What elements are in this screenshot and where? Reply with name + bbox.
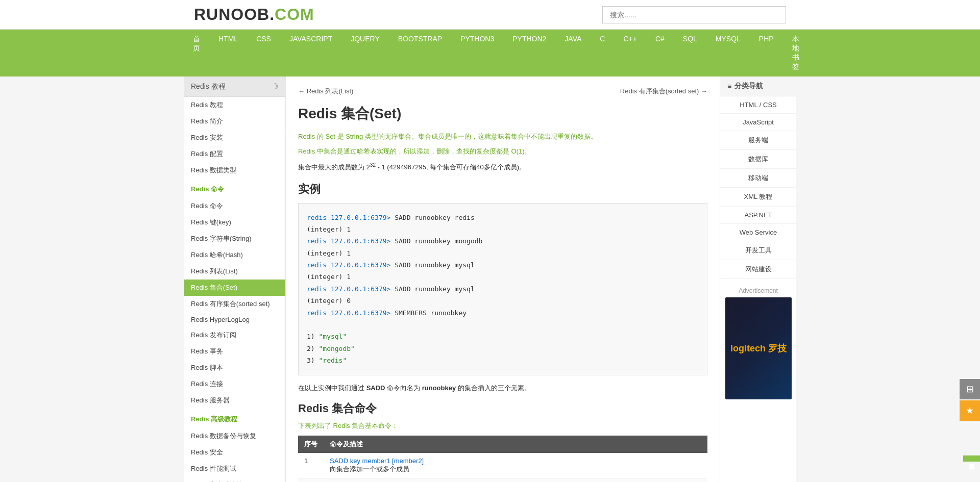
category-nav-title: ≡ 分类导航	[720, 77, 796, 96]
page-navigation: Redis 列表(List) Redis 有序集合(sorted set)	[298, 87, 707, 96]
sidebar-item[interactable]: Redis 服务器	[184, 392, 285, 409]
nav-item-nav-python2[interactable]: PYTHON2	[503, 30, 555, 77]
logo-com: COM	[275, 5, 314, 23]
logo-dot: .	[270, 5, 275, 23]
category-item[interactable]: 服务端	[720, 131, 796, 150]
sidebar-commands-section-title: Redis 命令	[184, 181, 285, 198]
theme-toggle-icon[interactable]: ☽	[271, 82, 278, 91]
ad-image: logitech 罗技	[725, 297, 792, 399]
table-cell-num: 1	[298, 453, 324, 478]
nav-item-nav-csharp[interactable]: C#	[646, 30, 674, 77]
nav-item-nav-c[interactable]: C	[591, 30, 614, 77]
nav-item-nav-bookmarks[interactable]: 本地书签	[783, 30, 808, 77]
next-page-link[interactable]: Redis 有序集合(sorted set)	[620, 87, 707, 96]
sidebar-item[interactable]: Redis 客户端连接	[184, 477, 285, 482]
qr-icon: ⊞	[966, 384, 974, 395]
category-items-list: HTML / CSSJavaScript服务端数据库移动端XML 教程ASP.N…	[720, 96, 796, 279]
table-cell-num: 2	[298, 478, 324, 482]
nav-item-nav-bootstrap[interactable]: BOOTSTRAP	[389, 30, 451, 77]
sidebar-commands-section: Redis 命令Redis 键(key)Redis 字符串(String)Red…	[184, 198, 285, 409]
sidebar-item[interactable]: Redis 数据类型	[184, 162, 285, 179]
favorite-button[interactable]: ★	[960, 400, 980, 421]
sidebar-item[interactable]: Redis 数据备份与恢复	[184, 428, 285, 444]
table-cell-cmd: SCARD key	[324, 478, 707, 482]
logo-runoob: RUNOOB	[194, 5, 270, 23]
main-content: Redis 列表(List) Redis 有序集合(sorted set) Re…	[286, 77, 720, 482]
sidebar-item[interactable]: Redis 配置	[184, 146, 285, 162]
float-buttons: ⊞ ★	[960, 379, 980, 421]
sidebar-item[interactable]: Redis 教程	[184, 97, 285, 113]
nav-item-nav-python3[interactable]: PYTHON3	[451, 30, 503, 77]
sidebar-item[interactable]: Redis 哈希(Hash)	[184, 247, 285, 263]
prev-page-link[interactable]: Redis 列表(List)	[298, 87, 353, 96]
nav-item-nav-js[interactable]: JAVASCRIPT	[280, 30, 341, 77]
sidebar-item[interactable]: Redis 键(key)	[184, 214, 285, 231]
sidebar-item[interactable]: Redis 脚本	[184, 360, 285, 376]
sidebar: Redis 教程 ☽ Redis 教程Redis 简介Redis 安装Redis…	[184, 77, 286, 482]
advertisement-section: Advertisement logitech 罗技	[720, 279, 796, 404]
table-header-cmd: 命令及描述	[324, 436, 707, 453]
category-item[interactable]: 网站建设	[720, 260, 796, 279]
desc-3: 集合中最大的成员数为 232 - 1 (4294967295, 每个集合可存储4…	[298, 161, 707, 173]
star-icon: ★	[966, 405, 974, 416]
commands-section-title: Redis 集合命令	[298, 401, 707, 416]
category-item[interactable]: Web Service	[720, 224, 796, 241]
commands-table: 序号 命令及描述 1 SADD key member1 [member2] 向集…	[298, 436, 707, 482]
after-code-text: 在以上实例中我们通过 SADD 命令向名为 runoobkey 的集合插入的三个…	[298, 384, 707, 393]
nav-item-nav-css[interactable]: CSS	[247, 30, 280, 77]
page-title: Redis 集合(Set)	[298, 104, 707, 123]
sidebar-basic-section: Redis 教程Redis 简介Redis 安装Redis 配置Redis 数据…	[184, 97, 285, 179]
category-item[interactable]: 移动端	[720, 169, 796, 188]
category-item[interactable]: 开发工具	[720, 241, 796, 260]
sidebar-item[interactable]: Redis 连接	[184, 376, 285, 392]
cmd-description: 向集合添加一个或多个成员	[330, 465, 409, 473]
sidebar-item[interactable]: Redis 列表(List)	[184, 263, 285, 280]
category-item[interactable]: ASP.NET	[720, 207, 796, 224]
main-nav: 首页HTMLCSSJAVASCRIPTJQUERYBOOTSTRAPPYTHON…	[184, 30, 796, 77]
sidebar-item[interactable]: Redis 集合(Set)	[184, 280, 285, 296]
sidebar-item[interactable]: Redis 命令	[184, 198, 285, 214]
search-input[interactable]	[602, 6, 786, 23]
example-section-title: 实例	[298, 182, 707, 197]
sidebar-item[interactable]: Redis 安装	[184, 130, 285, 146]
sidebar-item[interactable]: Redis HyperLogLog	[184, 312, 285, 327]
qr-code-button[interactable]: ⊞	[960, 379, 980, 399]
nav-item-nav-php[interactable]: PHP	[750, 30, 783, 77]
sidebar-header: Redis 教程 ☽	[184, 77, 285, 97]
category-item[interactable]: JavaScript	[720, 114, 796, 131]
site-logo[interactable]: RUNOOB.COM	[194, 5, 314, 24]
right-sidebar: ≡ 分类导航 HTML / CSSJavaScript服务端数据库移动端XML …	[720, 77, 796, 482]
sidebar-title: Redis 教程	[191, 82, 226, 91]
nav-item-nav-home[interactable]: 首页	[184, 30, 209, 77]
sidebar-item[interactable]: Redis 事务	[184, 343, 285, 360]
table-header-num: 序号	[298, 436, 324, 453]
sidebar-item[interactable]: Redis 有序集合(sorted set)	[184, 296, 285, 312]
nav-item-nav-cpp[interactable]: C++	[614, 30, 646, 77]
nav-item-nav-html[interactable]: HTML	[209, 30, 247, 77]
feedback-button[interactable]: 反馈建议	[963, 455, 980, 462]
cmd-link[interactable]: SADD key member1 [member2]	[330, 457, 424, 465]
category-nav-label: 分类导航	[734, 82, 763, 91]
category-item[interactable]: 数据库	[720, 150, 796, 169]
desc-1: Redis 的 Set 是 String 类型的无序集合。集合成员是唯一的，这就…	[298, 131, 707, 142]
category-item[interactable]: HTML / CSS	[720, 96, 796, 114]
nav-item-nav-mysql[interactable]: MYSQL	[706, 30, 750, 77]
sidebar-advanced-section: Redis 数据备份与恢复Redis 安全Redis 性能测试Redis 客户端…	[184, 428, 285, 482]
sidebar-item[interactable]: Redis 字符串(String)	[184, 231, 285, 247]
category-item[interactable]: XML 教程	[720, 188, 796, 207]
table-row: 1 SADD key member1 [member2] 向集合添加一个或多个成…	[298, 453, 707, 478]
nav-item-nav-jquery[interactable]: JQUERY	[341, 30, 389, 77]
ad-label: Advertisement	[725, 284, 791, 297]
table-cell-cmd: SADD key member1 [member2] 向集合添加一个或多个成员	[324, 453, 707, 478]
commands-subtitle: 下表列出了 Redis 集合基本命令：	[298, 421, 707, 430]
sidebar-advanced-section-title: Redis 高级教程	[184, 411, 285, 428]
code-example: redis 127.0.0.1:6379> SADD runoobkey red…	[298, 203, 707, 375]
category-nav-icon: ≡	[727, 82, 731, 90]
nav-item-nav-java[interactable]: JAVA	[555, 30, 591, 77]
nav-item-nav-sql[interactable]: SQL	[674, 30, 706, 77]
sidebar-item[interactable]: Redis 简介	[184, 113, 285, 130]
sidebar-item[interactable]: Redis 性能测试	[184, 461, 285, 477]
desc-2: Redis 中集合是通过哈希表实现的，所以添加，删除，查找的复杂度都是 O(1)…	[298, 145, 707, 157]
sidebar-item[interactable]: Redis 安全	[184, 444, 285, 461]
sidebar-item[interactable]: Redis 发布订阅	[184, 327, 285, 343]
